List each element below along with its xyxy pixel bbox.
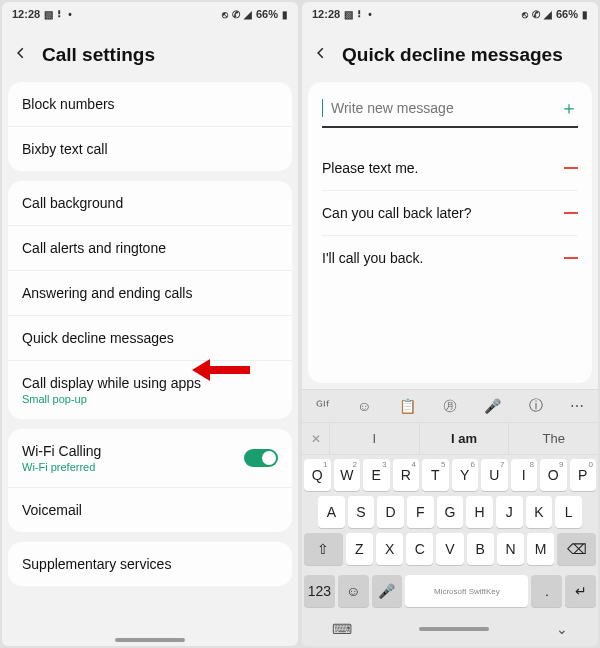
status-dot-icon: • [68, 9, 72, 20]
item-label: Block numbers [22, 96, 115, 112]
item-call-background[interactable]: Call background [8, 181, 292, 226]
key-b[interactable]: B [467, 533, 494, 565]
page-header: Call settings [2, 26, 298, 82]
emoji-key[interactable]: ☺ [338, 575, 369, 607]
item-block-numbers[interactable]: Block numbers [8, 82, 292, 127]
key-l[interactable]: L [555, 496, 582, 528]
key-x[interactable]: X [376, 533, 403, 565]
wifi-calling-toggle[interactable] [244, 449, 278, 467]
item-voicemail[interactable]: Voicemail [8, 488, 292, 532]
key-w[interactable]: W2 [334, 459, 361, 491]
add-message-button[interactable]: ＋ [560, 96, 578, 120]
item-supplementary-services[interactable]: Supplementary services [8, 542, 292, 586]
back-icon[interactable] [314, 44, 328, 66]
message-row[interactable]: Can you call back later? [322, 191, 578, 236]
settings-list: Block numbers Bixby text call Call backg… [2, 82, 298, 646]
numbers-key[interactable]: 123 [304, 575, 335, 607]
settings-group-2: Call background Call alerts and ringtone… [8, 181, 292, 419]
key-n[interactable]: N [497, 533, 524, 565]
page-header: Quick decline messages [302, 26, 598, 82]
status-bar: 12:28 ▧ ⠇ • ⎋ ✆ ◢ 66% ▮ [302, 2, 598, 26]
settings-group-1: Block numbers Bixby text call [8, 82, 292, 171]
key-e[interactable]: E3 [363, 459, 390, 491]
key-h[interactable]: H [466, 496, 493, 528]
keyboard-collapse-icon[interactable]: ⌄ [556, 621, 568, 637]
item-label: Quick decline messages [22, 330, 174, 346]
phone-call-settings: 12:28 ▧ ⠇ • ⎋ ✆ ◢ 66% ▮ Call settings Bl… [2, 2, 298, 646]
battery-percent: 66% [556, 8, 578, 20]
home-indicator[interactable] [115, 638, 185, 642]
settings-group-3: Wi-Fi Calling Wi-Fi preferred Voicemail [8, 429, 292, 532]
battery-icon: ▮ [582, 9, 588, 20]
suggestion-mid[interactable]: I am [420, 423, 510, 454]
settings-icon[interactable]: ⓘ [529, 397, 543, 415]
settings-group-4: Supplementary services [8, 542, 292, 586]
item-call-alerts[interactable]: Call alerts and ringtone [8, 226, 292, 271]
key-m[interactable]: M [527, 533, 554, 565]
suggestion-row: ✕ I I am The [302, 423, 598, 455]
space-key[interactable]: Microsoft SwiftKey [405, 575, 528, 607]
item-call-display[interactable]: Call display while using apps Small pop-… [8, 361, 292, 419]
message-row[interactable]: Please text me. [322, 146, 578, 191]
page-title: Quick decline messages [342, 44, 563, 66]
delete-message-icon[interactable] [564, 167, 578, 169]
item-answering-ending[interactable]: Answering and ending calls [8, 271, 292, 316]
suggestion-left[interactable]: I [330, 423, 420, 454]
status-app-icon: ⠇ [357, 9, 364, 20]
item-bixby-text-call[interactable]: Bixby text call [8, 127, 292, 171]
key-g[interactable]: G [437, 496, 464, 528]
back-icon[interactable] [14, 44, 28, 66]
gif-icon[interactable]: ᴳᴵᶠ [316, 398, 330, 414]
keyboard-toolbar: ᴳᴵᶠ ☺ 📋 ㊊ 🎤 ⓘ ⋯ [302, 389, 598, 423]
text-cursor [322, 99, 323, 117]
key-j[interactable]: J [496, 496, 523, 528]
key-c[interactable]: C [406, 533, 433, 565]
key-f[interactable]: F [407, 496, 434, 528]
key-t[interactable]: T5 [422, 459, 449, 491]
shift-key[interactable]: ⇧ [304, 533, 343, 565]
status-image-icon: ▧ [44, 9, 53, 20]
translate-icon[interactable]: ㊊ [443, 397, 457, 415]
quick-decline-body: ＋ Please text me. Can you call back late… [308, 82, 592, 383]
key-i[interactable]: I8 [511, 459, 538, 491]
close-suggestions-icon[interactable]: ✕ [302, 423, 330, 454]
message-text: I'll call you back. [322, 250, 424, 266]
message-row[interactable]: I'll call you back. [322, 236, 578, 280]
status-time: 12:28 [312, 8, 340, 20]
new-message-row: ＋ [322, 96, 578, 128]
sticker-icon[interactable]: ☺ [357, 398, 371, 414]
backspace-key[interactable]: ⌫ [557, 533, 596, 565]
period-key[interactable]: . [531, 575, 562, 607]
item-label: Wi-Fi Calling [22, 443, 101, 459]
battery-percent: 66% [256, 8, 278, 20]
key-v[interactable]: V [436, 533, 463, 565]
delete-message-icon[interactable] [564, 257, 578, 259]
key-r[interactable]: R4 [393, 459, 420, 491]
item-sublabel: Wi-Fi preferred [22, 461, 101, 473]
key-rows: Q1W2E3R4T5Y6U7I8O9P0 ASDFGHJKL ⇧ ZXCVBNM… [302, 455, 598, 616]
key-s[interactable]: S [348, 496, 375, 528]
voice-key[interactable]: 🎤 [372, 575, 403, 607]
item-quick-decline-messages[interactable]: Quick decline messages [8, 316, 292, 361]
home-indicator[interactable] [419, 627, 489, 631]
delete-message-icon[interactable] [564, 212, 578, 214]
mic-icon[interactable]: 🎤 [484, 398, 501, 414]
keyboard-switch-icon[interactable]: ⌨ [332, 621, 352, 637]
key-q[interactable]: Q1 [304, 459, 331, 491]
page-title: Call settings [42, 44, 155, 66]
key-o[interactable]: O9 [540, 459, 567, 491]
clipboard-icon[interactable]: 📋 [399, 398, 416, 414]
key-y[interactable]: Y6 [452, 459, 479, 491]
enter-key[interactable]: ↵ [565, 575, 596, 607]
key-u[interactable]: U7 [481, 459, 508, 491]
new-message-input[interactable] [331, 100, 552, 116]
key-k[interactable]: K [526, 496, 553, 528]
key-d[interactable]: D [377, 496, 404, 528]
key-a[interactable]: A [318, 496, 345, 528]
item-wifi-calling[interactable]: Wi-Fi Calling Wi-Fi preferred [8, 429, 292, 488]
key-p[interactable]: P0 [570, 459, 597, 491]
key-z[interactable]: Z [346, 533, 373, 565]
item-label: Supplementary services [22, 556, 171, 572]
suggestion-right[interactable]: The [509, 423, 598, 454]
more-icon[interactable]: ⋯ [570, 398, 584, 414]
